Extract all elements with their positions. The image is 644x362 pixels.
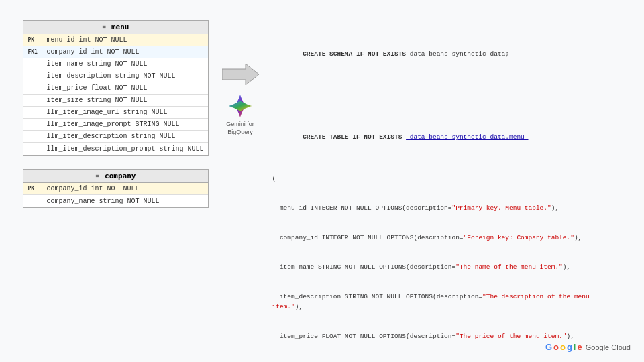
sql-line: menu_id INTEGER NOT NULL OPTIONS(descrip…	[272, 204, 621, 214]
sql-string: "Primary key. Menu table."	[451, 204, 551, 212]
field-text: item_description string NOT NULL	[46, 72, 175, 80]
field-text: llm_item_description_prompt string NULL	[46, 145, 203, 153]
table-row: llm_item_image_prompt STRING NULL	[23, 119, 207, 131]
sql-string: "The name of the menu item."	[455, 263, 563, 271]
g-blue2: g	[567, 342, 572, 352]
svg-marker-0	[222, 64, 259, 85]
pk-badge: PK	[28, 186, 42, 192]
field-text: item_name string NOT NULL	[46, 60, 147, 68]
table-row: llm_item_description_prompt string NULL	[23, 143, 207, 155]
cloud-text: Google Cloud	[586, 343, 631, 351]
table-row: llm_item_image_url string NULL	[23, 107, 207, 119]
table-icon: ≡	[103, 24, 106, 31]
google-cloud-logo: Google	[545, 342, 582, 352]
table-icon: ≡	[96, 173, 99, 180]
tables-section: ≡ menu PK menu_id int NOT NULL FK1 compa…	[23, 20, 208, 208]
field-text: item_size string NOT NULL	[46, 97, 147, 104]
transform-section: Gemini forBigQuery	[222, 64, 259, 136]
g-red: o	[553, 342, 559, 352]
sql-line: CREATE TABLE IF NOT EXISTS `data_beans_s…	[272, 123, 621, 152]
sql-keyword: CREATE TABLE IF NOT EXISTS	[303, 133, 406, 141]
gemini-icon	[227, 93, 253, 119]
sql-table-ref: `data_beans_synthetic_data.menu`	[406, 133, 528, 141]
sql-string: "The description of the menu item."	[272, 293, 594, 310]
table-row: item_name string NOT NULL	[23, 58, 207, 70]
menu-table-title: menu	[111, 23, 129, 32]
company-table: ≡ company PK company_id int NOT NULL com…	[23, 169, 208, 208]
table-row: PK company_id int NOT NULL	[23, 183, 207, 195]
table-row: item_price float NOT NULL	[23, 82, 207, 95]
field-text: company_name string NOT NULL	[46, 198, 159, 205]
sql-line: item_price FLOAT NOT NULL OPTIONS(descri…	[272, 332, 621, 342]
sql-line: item_description STRING NOT NULL OPTIONS…	[272, 292, 621, 312]
menu-table-header: ≡ menu	[23, 21, 207, 34]
gemini-section: Gemini forBigQuery	[226, 93, 254, 136]
company-table-title: company	[105, 172, 136, 180]
g-yellow: o	[560, 342, 566, 352]
arrow-icon	[222, 64, 259, 85]
content-area: ≡ menu PK menu_id int NOT NULL FK1 compa…	[9, 0, 634, 362]
field-text: company_id int NOT NULL	[46, 185, 139, 192]
table-row: PK menu_id int NOT NULL	[23, 34, 207, 46]
menu-table: ≡ menu PK menu_id int NOT NULL FK1 compa…	[23, 20, 208, 156]
g-blue: G	[545, 342, 552, 352]
gemini-label: Gemini forBigQuery	[226, 121, 254, 136]
company-table-header: ≡ company	[23, 170, 207, 183]
main-container: ≡ menu PK menu_id int NOT NULL FK1 compa…	[0, 0, 644, 362]
sql-string: "Foreign key: Company table."	[464, 234, 574, 241]
sql-object-name: data_beans_synthetic_data;	[410, 50, 509, 58]
field-text: llm_item_image_url string NULL	[46, 109, 167, 116]
field-text: menu_id int NOT NULL	[46, 36, 127, 44]
pk-badge: PK	[28, 37, 42, 43]
sql-line: CREATE SCHEMA IF NOT EXISTS data_beans_s…	[272, 40, 621, 69]
table-row: FK1 company_id int NOT NULL	[23, 46, 207, 58]
g-red2: e	[577, 342, 582, 352]
field-text: item_price float NOT NULL	[46, 84, 147, 92]
sql-code-section: CREATE SCHEMA IF NOT EXISTS data_beans_s…	[272, 20, 621, 349]
sql-keyword: CREATE SCHEMA IF NOT EXISTS	[303, 50, 410, 58]
table-row: item_size string NOT NULL	[23, 95, 207, 107]
table-row: llm_item_description string NULL	[23, 131, 207, 143]
sql-line: company_id INTEGER NOT NULL OPTIONS(desc…	[272, 233, 621, 243]
google-cloud-brand: Google Google Cloud	[545, 342, 631, 352]
fk-badge: FK1	[28, 49, 42, 55]
sql-line: item_name STRING NOT NULL OPTIONS(descri…	[272, 263, 621, 273]
field-text: company_id int NOT NULL	[46, 48, 139, 56]
field-text: llm_item_image_prompt STRING NULL	[46, 121, 179, 128]
sql-string: "The price of the menu item."	[455, 333, 566, 340]
table-row: company_name string NOT NULL	[23, 195, 207, 207]
sql-line: (	[272, 174, 621, 184]
table-row: item_description string NOT NULL	[23, 70, 207, 82]
field-text: llm_item_description string NULL	[46, 133, 175, 140]
sql-line	[272, 91, 621, 101]
g-green: l	[574, 342, 576, 352]
